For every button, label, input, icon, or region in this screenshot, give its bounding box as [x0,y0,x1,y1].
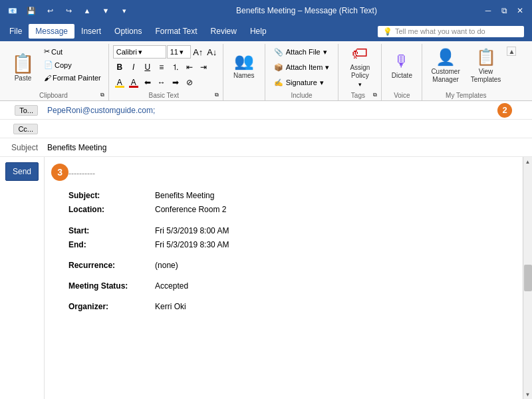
align-center-button[interactable]: ↔ [155,76,168,89]
search-bar[interactable]: 💡 Tell me what you want to do [378,26,524,37]
ribbon-group-names: 👥 Names [223,44,265,100]
size-dropdown-icon: ▾ [180,48,184,57]
ribbon-group-include: 📎 Attach File ▾ 📦 Attach Item ▾ ✍ Signat… [265,44,339,100]
clipboard-expand-icon[interactable]: ⧉ [100,92,104,98]
scrollbar: ▲ ▼ [523,157,532,399]
shrink-font-button[interactable]: A↓ [205,45,219,59]
menu-help[interactable]: Help [243,24,273,39]
window-title: Benefits Meeting – Message (Rich Text) [132,6,481,15]
to-value: PepeRoni@customguide.com; [47,106,155,115]
restore-button[interactable]: ⧉ [497,4,511,17]
subject-label: Subject [0,143,43,152]
title-bar-left: 📧 💾 ↩ ↪ ▲ ▼ ▾ [5,3,132,18]
app-icon: 📧 [5,3,20,18]
view-templates-button[interactable]: 📋 ViewTemplates [466,45,506,86]
ribbon: 📋 Paste ✂ Cut 📄 Copy 🖌 [0,41,532,101]
scroll-up-button[interactable]: ▲ [523,157,533,166]
to-field-container: PepeRoni@customguide.com; 2 [43,106,532,115]
body-container: 3 ---------- Subject: Benefits Meeting L… [45,157,532,399]
attach-file-button[interactable]: 📎 Attach File ▾ [269,45,332,59]
qat-customize[interactable]: ▾ [117,3,132,18]
assign-policy-icon: 🏷 [352,44,368,63]
copy-button[interactable]: 📄 Copy [41,59,104,71]
qat-up[interactable]: ▲ [80,3,94,18]
organizer-row: Organizer: Kerri Oki [68,301,512,313]
cut-button[interactable]: ✂ Cut [41,45,104,58]
assign-policy-button[interactable]: 🏷 AssignPolicy ▾ [342,45,377,86]
menu-insert[interactable]: Insert [74,24,108,39]
subject-row: Subject [0,138,532,157]
grow-font-button[interactable]: A↑ [192,45,205,59]
send-area: Send [0,157,45,399]
tags-expand-icon[interactable]: ⧉ [373,92,377,98]
align-left-button[interactable]: ⬅ [141,76,154,89]
italic-button[interactable]: I [127,61,140,74]
attach-file-icon: 📎 [274,48,283,57]
names-icon: 👥 [234,52,254,70]
customer-manager-button[interactable]: 👤 CustomerManager [426,45,464,86]
align-right-button[interactable]: ➡ [169,76,182,89]
font-color-button[interactable]: A [127,76,140,89]
signature-icon: ✍ [274,78,283,87]
clipboard-label: Clipboard [7,90,100,100]
qat-down[interactable]: ▼ [98,3,113,18]
cc-button[interactable]: Cc... [13,124,38,134]
close-button[interactable]: ✕ [513,4,527,17]
names-button[interactable]: 👥 Names [227,45,261,86]
underline-button[interactable]: U [141,61,154,74]
attach-item-button[interactable]: 📦 Attach Item ▾ [269,61,334,74]
qat-redo[interactable]: ↪ [61,3,76,18]
send-button[interactable]: Send [5,162,39,181]
font-row: Calibri ▾ 11 ▾ A↑ A↓ [113,45,219,59]
format-painter-button[interactable]: 🖌 Format Painter [41,72,104,84]
menu-format-text[interactable]: Format Text [148,24,203,39]
ribbon-group-voice: 🎙 Dictate Voice [382,44,422,100]
decrease-indent-button[interactable]: ⇤ [183,61,196,74]
step-badge-2: 2 [497,103,512,118]
tags-label: Tags [342,90,373,100]
meeting-details: ---------- Subject: Benefits Meeting Loc… [68,168,512,314]
clipboard-right: ✂ Cut 📄 Copy 🖌 Format Painter [41,45,104,89]
start-row: Start: Fri 5/3/2019 8:00 AM [68,225,512,237]
bullets-button[interactable]: ≡ [155,61,168,74]
menu-file[interactable]: File [3,24,29,39]
email-compose-area: To... PepeRoni@customguide.com; 2 Cc... … [0,101,532,399]
numbering-button[interactable]: ⒈ [169,61,182,74]
signature-button[interactable]: ✍ Signature ▾ [269,76,329,89]
menu-bar: File Message Insert Options Format Text … [0,21,532,41]
increase-indent-button[interactable]: ⇥ [197,61,210,74]
qat-save[interactable]: 💾 [24,3,39,18]
minimize-button[interactable]: ─ [481,4,495,17]
cc-input[interactable] [43,122,532,136]
ribbon-collapse-button[interactable]: ▲ [507,47,516,56]
cc-row: Cc... [0,120,532,138]
format-row: B I U ≡ ⒈ ⇤ ⇥ [113,61,210,74]
subject-input[interactable] [43,140,532,155]
lightbulb-icon: 💡 [383,27,392,36]
menu-review[interactable]: Review [204,24,243,39]
paste-icon: 📋 [11,53,35,74]
font-size-selector[interactable]: 11 ▾ [167,45,191,59]
scroll-thumb[interactable] [524,265,532,291]
basic-text-expand-icon[interactable]: ⧉ [215,92,219,98]
attach-item-icon: 📦 [274,63,283,72]
attach-item-dropdown-icon: ▾ [325,63,329,72]
email-body[interactable]: 3 ---------- Subject: Benefits Meeting L… [45,157,523,399]
clear-format-button[interactable]: ⊘ [183,76,196,89]
email-body-area: Send 3 ---------- Subject: Benefits Meet… [0,157,532,399]
dictate-button[interactable]: 🎙 Dictate [386,45,418,86]
include-label: Include [269,90,334,100]
highlight-button[interactable]: A [113,76,126,89]
recurrence-row: Recurrence: (none) [68,259,512,272]
scroll-down-button[interactable]: ▼ [523,390,533,399]
voice-label: Voice [386,90,418,100]
to-button[interactable]: To... [15,105,38,116]
attach-file-dropdown-icon: ▾ [323,48,327,57]
title-bar: 📧 💾 ↩ ↪ ▲ ▼ ▾ Benefits Meeting – Message… [0,0,532,21]
paste-button[interactable]: 📋 Paste [7,45,39,89]
menu-options[interactable]: Options [108,24,148,39]
bold-button[interactable]: B [113,61,126,74]
menu-message[interactable]: Message [29,24,74,39]
font-selector[interactable]: Calibri ▾ [113,45,166,59]
qat-undo[interactable]: ↩ [43,3,57,18]
